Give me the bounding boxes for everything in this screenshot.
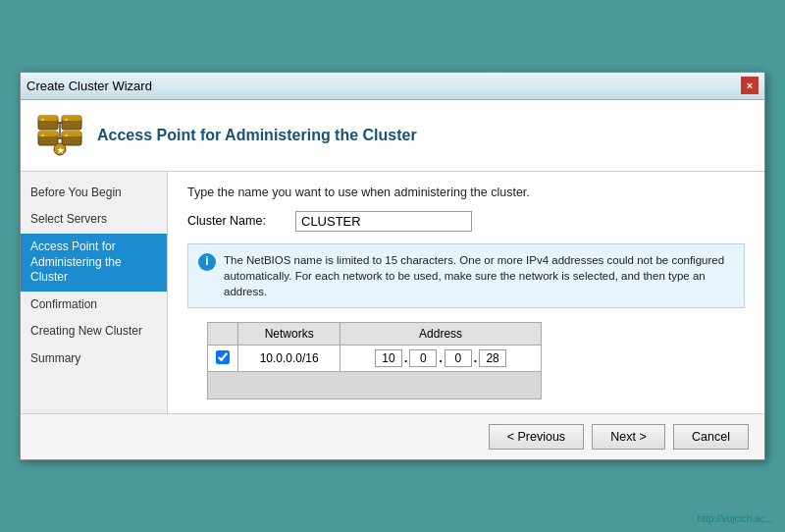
network-table: Networks Address 10.0.0.0/16 . <box>207 322 542 399</box>
close-button[interactable]: × <box>741 77 759 94</box>
col-header-networks: Networks <box>238 323 340 346</box>
cancel-button[interactable]: Cancel <box>673 424 749 450</box>
cluster-name-label: Cluster Name: <box>187 214 286 228</box>
address-octet-4[interactable] <box>479 349 506 367</box>
cluster-name-input[interactable] <box>295 211 472 232</box>
dot-sep-1: . <box>404 351 407 365</box>
info-box: i The NetBIOS name is limited to 15 char… <box>187 243 745 308</box>
page-title: Access Point for Administering the Clust… <box>97 127 417 144</box>
network-table-row: 10.0.0.0/16 . . . <box>208 346 542 372</box>
address-octet-3[interactable] <box>445 349 472 367</box>
sidebar-item-before-you-begin[interactable]: Before You Begin <box>21 180 167 207</box>
cluster-icon: ★ <box>36 112 83 159</box>
main-body: Before You Begin Select Servers Access P… <box>21 172 764 413</box>
info-text: The NetBIOS name is limited to 15 charac… <box>224 252 734 299</box>
next-button[interactable]: Next > <box>592 424 665 450</box>
address-row: . . . <box>348 349 532 367</box>
address-octet-1[interactable] <box>375 349 402 367</box>
svg-rect-8 <box>65 119 68 121</box>
sidebar-item-creating-cluster[interactable]: Creating New Cluster <box>21 318 167 346</box>
window-title: Create Cluster Wizard <box>26 79 152 93</box>
svg-text:★: ★ <box>57 146 65 155</box>
title-bar: Create Cluster Wizard × <box>21 73 764 100</box>
footer: < Previous Next > Cancel <box>21 413 764 459</box>
sidebar-item-access-point[interactable]: Access Point for Administering the Clust… <box>21 234 167 292</box>
address-cell: . . . <box>340 346 541 372</box>
sidebar-item-confirmation[interactable]: Confirmation <box>21 292 167 319</box>
col-header-address: Address <box>340 323 541 346</box>
svg-rect-11 <box>65 134 68 136</box>
cluster-name-row: Cluster Name: <box>187 211 745 232</box>
header-section: ★ Access Point for Administering the Clu… <box>21 100 764 172</box>
info-icon: i <box>198 253 216 271</box>
col-header-checkbox <box>208 323 238 346</box>
sidebar: Before You Begin Select Servers Access P… <box>21 172 168 413</box>
sidebar-item-summary[interactable]: Summary <box>21 346 167 373</box>
address-octet-2[interactable] <box>409 349 437 367</box>
svg-rect-2 <box>41 119 44 121</box>
dot-sep-2: . <box>439 351 442 365</box>
wizard-window: Create Cluster Wizard × ★ Access Point f… <box>20 72 765 460</box>
empty-cell <box>208 372 542 399</box>
network-checkbox[interactable] <box>216 350 230 364</box>
sidebar-item-select-servers[interactable]: Select Servers <box>21 206 167 234</box>
dot-sep-3: . <box>474 351 477 365</box>
table-empty-row <box>208 372 542 399</box>
previous-button[interactable]: < Previous <box>489 424 584 450</box>
svg-rect-5 <box>41 134 44 136</box>
network-name-cell: 10.0.0.0/16 <box>238 346 340 372</box>
watermark: http://vojcich.ac... <box>698 513 773 524</box>
network-row-checkbox-cell[interactable] <box>208 346 238 372</box>
content-description: Type the name you want to use when admin… <box>187 186 745 199</box>
content-area: Type the name you want to use when admin… <box>168 172 764 413</box>
